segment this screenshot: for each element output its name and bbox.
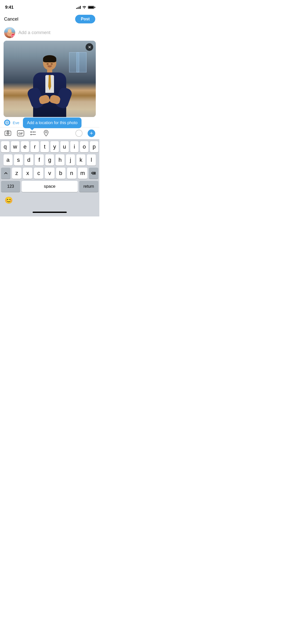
key-u[interactable]: u: [60, 141, 69, 152]
key-l[interactable]: l: [87, 154, 96, 166]
status-icons: [76, 6, 94, 9]
svg-point-15: [33, 131, 34, 133]
shift-key[interactable]: [1, 168, 10, 179]
key-v[interactable]: v: [45, 168, 54, 179]
key-g[interactable]: g: [45, 154, 54, 166]
key-z[interactable]: z: [12, 168, 21, 179]
circle-button[interactable]: [75, 130, 83, 137]
svg-point-12: [31, 134, 32, 135]
toolbar: GIF +: [0, 127, 99, 139]
keyboard-emoji-row: 😊: [0, 194, 99, 208]
signal-icon: [76, 6, 81, 9]
key-a[interactable]: a: [4, 154, 12, 166]
battery-icon: [88, 6, 94, 9]
key-k[interactable]: k: [76, 154, 85, 166]
key-p[interactable]: p: [90, 141, 98, 152]
return-key[interactable]: return: [79, 181, 98, 192]
status-time: 9:41: [5, 5, 13, 10]
home-indicator: [0, 208, 99, 216]
key-c[interactable]: c: [34, 168, 43, 179]
comment-input-area: 100 Add a comment: [0, 25, 99, 41]
photo-toolbar-icon[interactable]: [4, 129, 12, 137]
keyboard-row-3: z x c v b n m: [0, 168, 99, 179]
key-b[interactable]: b: [56, 168, 65, 179]
photo-container: ✕: [4, 41, 96, 117]
photo-frame: [4, 41, 96, 117]
keyboard-row-2: a s d f g h j k l: [0, 154, 99, 166]
key-j[interactable]: j: [66, 154, 75, 166]
keyboard: q w e r t y u i o p a s d f g h j k l z …: [0, 139, 99, 216]
key-d[interactable]: d: [24, 154, 33, 166]
avatar-badge: 100: [11, 34, 15, 38]
home-bar: [33, 212, 67, 213]
svg-point-16: [45, 131, 47, 133]
key-o[interactable]: o: [80, 141, 88, 152]
gif-toolbar-icon[interactable]: GIF: [17, 129, 24, 137]
photo-window-right: [69, 52, 79, 72]
space-key[interactable]: space: [22, 181, 77, 192]
list-toolbar-icon[interactable]: [30, 129, 37, 137]
numbers-key[interactable]: 123: [1, 181, 20, 192]
key-e[interactable]: e: [21, 141, 29, 152]
key-f[interactable]: f: [35, 154, 44, 166]
svg-point-11: [31, 131, 32, 133]
avatar: 100: [4, 27, 15, 38]
location-toolbar-icon[interactable]: [42, 129, 50, 137]
key-m[interactable]: m: [78, 168, 87, 179]
keyboard-row-1: q w e r t y u i o p: [0, 141, 99, 152]
emoji-button[interactable]: 😊: [4, 196, 13, 205]
key-h[interactable]: h: [56, 154, 64, 166]
svg-text:GIF: GIF: [18, 132, 23, 135]
post-button[interactable]: Post: [75, 15, 95, 23]
cancel-button[interactable]: Cancel: [4, 16, 18, 23]
key-s[interactable]: s: [14, 154, 23, 166]
key-n[interactable]: n: [67, 168, 76, 179]
close-photo-button[interactable]: ✕: [86, 43, 93, 51]
key-w[interactable]: w: [11, 141, 19, 152]
keyboard-bottom-row: 123 space return: [0, 181, 99, 192]
comment-input[interactable]: Add a comment: [18, 27, 95, 38]
globe-icon: [4, 120, 10, 126]
location-tooltip-bubble: Add a location for this photo: [23, 118, 82, 128]
nav-bar: Cancel Post: [0, 13, 99, 25]
svg-point-7: [7, 133, 9, 134]
wifi-icon: [82, 6, 86, 9]
key-x[interactable]: x: [23, 168, 32, 179]
tooltip-area: Eve Add a location for this photo: [0, 117, 99, 127]
delete-key[interactable]: [89, 168, 98, 179]
key-r[interactable]: r: [31, 141, 39, 152]
location-preview-text[interactable]: Eve: [13, 121, 19, 125]
key-q[interactable]: q: [1, 141, 9, 152]
key-i[interactable]: i: [70, 141, 79, 152]
svg-rect-8: [7, 130, 9, 131]
status-bar: 9:41: [0, 0, 99, 13]
plus-button[interactable]: +: [88, 129, 95, 137]
key-t[interactable]: t: [40, 141, 49, 152]
key-y[interactable]: y: [50, 141, 59, 152]
